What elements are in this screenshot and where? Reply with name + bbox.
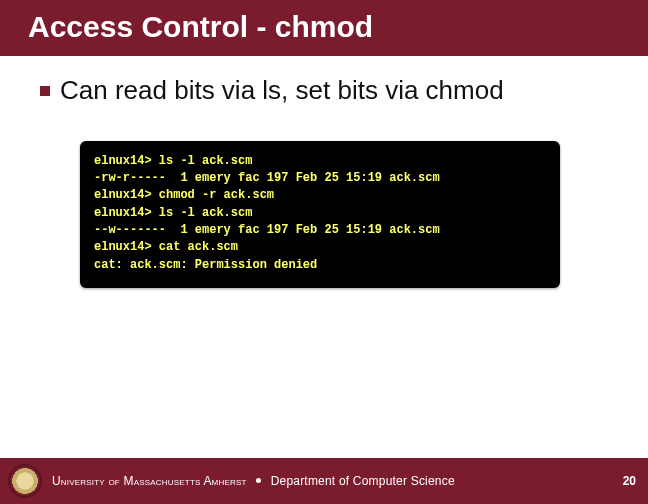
terminal-line: elnux14> cat ack.scm xyxy=(94,239,546,256)
terminal-line: elnux14> ls -l ack.scm xyxy=(94,153,546,170)
bullet-item: Can read bits via ls, set bits via chmod xyxy=(40,74,620,107)
footer-university: University of Massachusetts Amherst xyxy=(52,474,247,488)
bullet-text: Can read bits via ls, set bits via chmod xyxy=(60,74,504,107)
terminal-block: elnux14> ls -l ack.scm -rw-r----- 1 emer… xyxy=(80,141,560,289)
terminal-line: elnux14> chmod -r ack.scm xyxy=(94,187,546,204)
terminal-line: cat: ack.scm: Permission denied xyxy=(94,257,546,274)
terminal-line: elnux14> ls -l ack.scm xyxy=(94,205,546,222)
university-seal-icon xyxy=(8,464,42,498)
footer-department: Department of Computer Science xyxy=(271,474,455,488)
footer-bar: University of Massachusetts Amherst Depa… xyxy=(0,458,648,504)
slide-body: Can read bits via ls, set bits via chmod… xyxy=(0,56,648,504)
terminal-line: --w------- 1 emery fac 197 Feb 25 15:19 … xyxy=(94,222,546,239)
separator-dot-icon xyxy=(256,478,261,483)
footer-text: University of Massachusetts Amherst Depa… xyxy=(52,474,623,488)
bullet-square-icon xyxy=(40,86,50,96)
slide: Access Control - chmod Can read bits via… xyxy=(0,0,648,504)
slide-title: Access Control - chmod xyxy=(28,10,373,43)
slide-title-bar: Access Control - chmod xyxy=(0,0,648,56)
page-number: 20 xyxy=(623,474,636,488)
terminal-line: -rw-r----- 1 emery fac 197 Feb 25 15:19 … xyxy=(94,170,546,187)
